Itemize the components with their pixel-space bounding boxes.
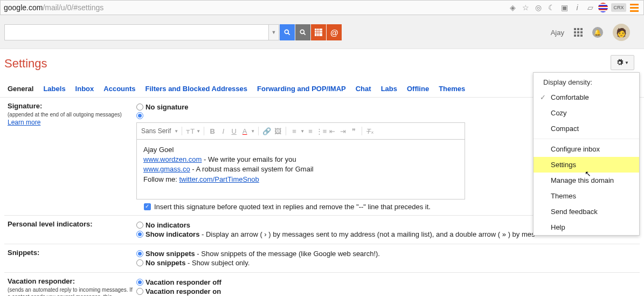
- search-alt-icon: [299, 29, 307, 36]
- tab-offline[interactable]: Offline: [407, 85, 429, 93]
- vacation-off-option[interactable]: Vacation responder off: [136, 278, 640, 286]
- row-vacation: Vacation responder: (sends an automated …: [4, 273, 640, 296]
- svg-line-1: [288, 33, 290, 35]
- cursor-icon: ↖: [585, 169, 591, 178]
- signature-label: Signature:: [8, 102, 136, 110]
- ext-icon-1[interactable]: ◎: [534, 3, 543, 12]
- italic-icon[interactable]: I: [218, 126, 228, 136]
- ext-icon-2[interactable]: ☾: [546, 3, 556, 12]
- search-row: ▼ @ Ajay 🔔 🧑: [0, 15, 644, 49]
- learn-more-link[interactable]: Learn more: [8, 119, 40, 126]
- indicators-none-radio[interactable]: [136, 222, 143, 229]
- tab-labels[interactable]: Labels: [43, 85, 65, 93]
- font-name[interactable]: Sans Serif: [141, 127, 171, 135]
- tab-inbox[interactable]: Inbox: [75, 85, 94, 93]
- snippets-show-radio[interactable]: [136, 250, 143, 257]
- indent-more-icon[interactable]: ⇥: [338, 126, 348, 136]
- search-button[interactable]: [280, 24, 295, 40]
- tab-general[interactable]: General: [8, 85, 33, 93]
- signature-insert-checkbox[interactable]: [144, 203, 151, 210]
- list-bullet-icon[interactable]: ⋮≡: [316, 126, 326, 136]
- text-color-icon[interactable]: A: [240, 126, 250, 136]
- menu-help[interactable]: Help: [534, 219, 639, 235]
- signature-custom-radio[interactable]: [136, 112, 143, 119]
- svg-line-3: [303, 33, 306, 35]
- at-button[interactable]: @: [327, 24, 342, 40]
- grid-button[interactable]: [311, 24, 326, 40]
- row-snippets: Snippets: Show snippets - Show snippets …: [4, 244, 640, 273]
- indent-less-icon[interactable]: ⇤: [327, 126, 337, 136]
- at-icon: @: [330, 28, 338, 37]
- search-icon: [283, 29, 291, 36]
- snippets-none-option[interactable]: No snippets - Show subject only.: [136, 259, 640, 267]
- snippets-show-option[interactable]: Show snippets - Show snippets of the mes…: [136, 250, 640, 258]
- tab-themes[interactable]: Themes: [439, 85, 465, 93]
- menu-send-feedback[interactable]: Send feedback: [534, 204, 639, 219]
- star-icon[interactable]: ☆: [521, 3, 530, 12]
- ext-icon-3[interactable]: ▣: [559, 3, 569, 12]
- sig-link-gmass[interactable]: www.gmass.co: [143, 165, 190, 173]
- density-compact[interactable]: Compact: [534, 121, 639, 136]
- stripe-icon[interactable]: [598, 3, 608, 12]
- signature-toolbar: Sans Serif ▼ ᴛT ▼ B I U A ▼ 🔗 🖼 ≡: [137, 123, 465, 140]
- vacation-on-option[interactable]: Vacation responder on: [136, 287, 640, 295]
- url-text[interactable]: google.com/mail/u/0/#settings: [1, 3, 505, 12]
- svg-rect-4: [315, 29, 322, 36]
- snippets-label: Snippets:: [8, 249, 136, 257]
- underline-icon[interactable]: U: [229, 126, 239, 136]
- vacation-off-radio[interactable]: [136, 279, 143, 286]
- caret-down-icon: ▼: [625, 60, 629, 65]
- image-icon[interactable]: 🖼: [273, 126, 282, 136]
- list-numbered-icon[interactable]: ≡: [306, 126, 315, 136]
- search-box: ▼ @: [4, 24, 342, 40]
- gear-dropdown: Display density: Comfortable Cozy Compac…: [533, 72, 640, 236]
- vacation-sub: (sends an automated reply to incoming me…: [8, 286, 136, 296]
- browser-url-bar: google.com/mail/u/0/#settings ◈ ☆ ◎ ☾ ▣ …: [0, 0, 644, 15]
- signature-sub: (appended at the end of all outgoing mes…: [8, 111, 136, 118]
- density-header: Display density:: [534, 73, 639, 90]
- grid-icon: [315, 29, 322, 36]
- user-name[interactable]: Ajay: [551, 29, 564, 37]
- tab-labs[interactable]: Labs: [381, 85, 397, 93]
- density-comfortable[interactable]: Comfortable: [534, 90, 639, 105]
- signature-body[interactable]: Ajay Goel www.wordzen.com - We write you…: [137, 140, 465, 199]
- personal-label: Personal level indicators:: [8, 220, 136, 228]
- menu-themes[interactable]: Themes: [534, 188, 639, 204]
- sig-link-twitter[interactable]: twitter.com/PartTimeSnob: [179, 175, 259, 183]
- tab-chat[interactable]: Chat: [356, 85, 371, 93]
- browser-extensions: ◈ ☆ ◎ ☾ ▣ i ▱ CRX: [505, 3, 641, 12]
- indicators-show-radio[interactable]: [136, 231, 143, 238]
- tab-filters[interactable]: Filters and Blocked Addresses: [146, 85, 248, 93]
- header-right: Ajay 🔔 🧑: [551, 24, 640, 41]
- diamond-icon[interactable]: ◈: [508, 3, 517, 12]
- sig-link-wordzen[interactable]: www.wordzen.com: [143, 155, 202, 163]
- vacation-label: Vacation responder:: [8, 277, 136, 285]
- search-input[interactable]: [4, 24, 268, 40]
- gear-button[interactable]: ▼: [611, 55, 634, 70]
- quote-icon[interactable]: ❞: [349, 126, 358, 136]
- signature-editor: Sans Serif ▼ ᴛT ▼ B I U A ▼ 🔗 🖼 ≡: [136, 122, 465, 199]
- notifications-icon[interactable]: 🔔: [592, 27, 603, 38]
- search-alt-button[interactable]: [295, 24, 310, 40]
- menu-configure-inbox[interactable]: Configure inbox: [534, 141, 639, 157]
- signature-none-radio[interactable]: [136, 104, 143, 111]
- apps-icon[interactable]: [574, 28, 583, 37]
- density-cozy[interactable]: Cozy: [534, 105, 639, 121]
- clear-format-icon[interactable]: Tₓ: [365, 126, 375, 136]
- font-size-icon[interactable]: ᴛT: [185, 126, 195, 136]
- gear-icon: [616, 59, 624, 66]
- search-options-dropdown[interactable]: ▼: [268, 24, 279, 40]
- link-icon[interactable]: 🔗: [262, 126, 272, 136]
- hamburger-icon[interactable]: [629, 3, 639, 12]
- crx-icon[interactable]: CRX: [611, 3, 626, 12]
- tab-forwarding[interactable]: Forwarding and POP/IMAP: [257, 85, 346, 93]
- avatar[interactable]: 🧑: [613, 24, 630, 41]
- info-icon[interactable]: i: [572, 3, 582, 12]
- ext-icon-4[interactable]: ▱: [585, 3, 595, 12]
- snippets-none-radio[interactable]: [136, 259, 143, 266]
- align-icon[interactable]: ≡: [289, 126, 299, 136]
- tab-accounts[interactable]: Accounts: [103, 85, 135, 93]
- bold-icon[interactable]: B: [207, 126, 217, 136]
- vacation-on-radio[interactable]: [136, 288, 143, 295]
